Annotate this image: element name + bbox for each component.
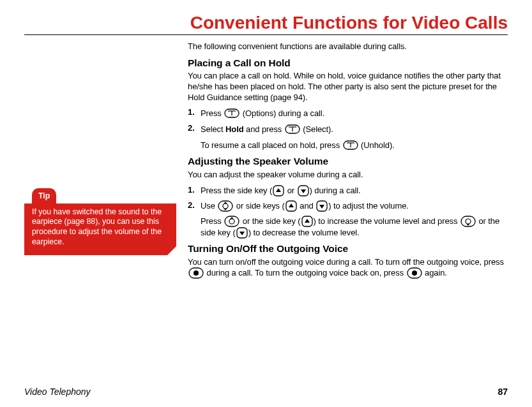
text: during a call. To turn the outgoing voic… (204, 268, 406, 278)
step-number: 1. (188, 107, 195, 118)
title-rule (24, 34, 508, 35)
text: ) to increase the volume level and press (314, 216, 460, 226)
section-hold-para: You can place a call on hold. While on h… (188, 71, 508, 103)
text: To resume a call placed on hold, press (201, 140, 342, 150)
nav-updown-icon (218, 200, 233, 212)
section-hold-heading: Placing a Call on Hold (188, 57, 508, 70)
footer-section: Video Telephony (24, 387, 91, 397)
side-up-icon (301, 216, 313, 227)
side-up-icon (285, 200, 297, 212)
text: You can turn on/off the outgoing voice d… (188, 257, 504, 267)
page-title: Convenient Functions for Video Calls (24, 13, 508, 33)
tip-label: Tip (32, 188, 56, 204)
section-voice-para: You can turn on/off the outgoing voice d… (188, 257, 508, 279)
tip-box: Tip If you have switched the sound to th… (24, 188, 176, 255)
hold-step-2: 2. Select Hold and press (Select). To re… (188, 123, 508, 151)
text: Select (201, 124, 225, 134)
step-bold: Hold (225, 124, 243, 134)
text: Press the side key ( (201, 186, 272, 195)
hold-resume: To resume a call placed on hold, press (… (201, 139, 508, 151)
text: (Options) during a call. (240, 108, 324, 118)
text: again. (423, 268, 447, 278)
nav-center-icon (407, 267, 422, 279)
step-number: 1. (188, 185, 195, 196)
nav-center-icon (188, 267, 204, 279)
tip-notch (167, 246, 176, 255)
text: and (298, 201, 315, 211)
softkey-icon (343, 139, 358, 151)
text: Press (201, 216, 224, 226)
side-down-icon (316, 200, 328, 212)
sidebar: Tip If you have switched the sound to th… (24, 41, 176, 283)
page-footer: Video Telephony 87 (24, 387, 508, 397)
step-number: 2. (188, 200, 195, 211)
volume-substep: Press or the side key () to increase the… (201, 216, 508, 239)
intro-text: The following convenient functions are a… (188, 41, 508, 52)
softkey-icon (285, 123, 300, 135)
side-up-icon (273, 185, 284, 196)
manual-page: Convenient Functions for Video Calls Tip… (0, 0, 532, 407)
text: (Select). (301, 124, 333, 134)
hold-step-1: 1. Press (Options) during a call. (188, 107, 508, 119)
volume-step-1: 1. Press the side key ( or ) during a ca… (188, 185, 508, 196)
tip-body-text: If you have switched the sound to the ea… (32, 207, 162, 246)
nav-up-icon (224, 216, 239, 227)
page-number: 87 (498, 387, 508, 397)
text: or side keys ( (234, 201, 284, 211)
text: ) to adjust the volume. (328, 201, 409, 211)
text: (Unhold). (359, 140, 395, 150)
section-voice-heading: Turning On/Off the Outgoing Voice (188, 242, 508, 255)
side-down-icon (236, 227, 248, 239)
text: Press (201, 108, 224, 118)
text: or the side key ( (240, 216, 300, 226)
text: or (285, 186, 296, 195)
section-volume-heading: Adjusting the Speaker Volume (188, 155, 508, 168)
text: and press (244, 124, 284, 134)
side-down-icon (298, 185, 309, 196)
volume-step-2: 2. Use or side keys ( and ) to adjust th… (188, 200, 508, 239)
section-volume-para: You can adjust the speaker volume during… (188, 170, 508, 181)
softkey-icon (224, 107, 239, 119)
main-content: The following convenient functions are a… (188, 41, 508, 283)
nav-down-icon (460, 216, 476, 227)
text: ) to decrease the volume level. (248, 228, 360, 237)
step-number: 2. (188, 123, 195, 134)
text: Use (201, 201, 217, 211)
text: ) during a call. (310, 186, 361, 195)
